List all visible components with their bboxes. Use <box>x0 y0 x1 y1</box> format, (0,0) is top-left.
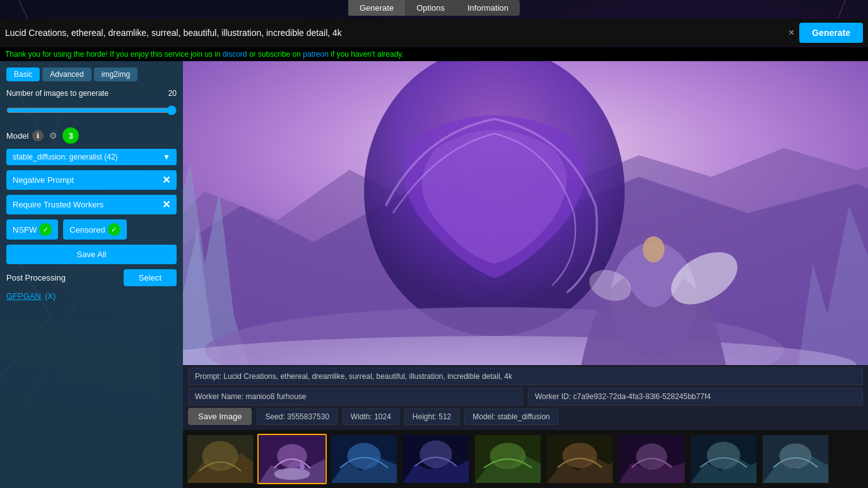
model-box: Model: stable_diffusion <box>464 409 558 425</box>
num-images-value: 20 <box>168 89 177 98</box>
svg-point-22 <box>490 443 526 469</box>
worker-name-box: Worker Name: manioo8 furhouse <box>188 388 523 405</box>
sidebar: Basic Advanced img2img Number of images … <box>0 61 183 488</box>
tab-basic[interactable]: Basic <box>6 67 40 81</box>
thumbnail-2[interactable] <box>257 434 327 484</box>
save-image-button[interactable]: Save Image <box>188 408 252 425</box>
info-bar: Thank you for using the horde! If you en… <box>0 47 868 61</box>
model-filter-icon[interactable]: ⚙ <box>47 130 59 141</box>
gfpgan-link[interactable]: GFPGAN <box>6 291 41 301</box>
slider-container <box>6 105 177 117</box>
model-row: Model ℹ ⚙ 3 <box>6 127 177 144</box>
generate-button[interactable]: Generate <box>799 23 863 43</box>
top-navigation: Generate Options Information <box>348 0 520 16</box>
nav-information-button[interactable]: Information <box>456 0 520 16</box>
svg-point-28 <box>707 441 740 469</box>
prompt-input[interactable] <box>5 28 783 38</box>
dropdown-arrow-icon: ▼ <box>163 153 170 161</box>
thumbnail-7[interactable] <box>617 434 686 484</box>
gfpgan-row: GFPGAN (X) <box>6 291 177 301</box>
nsfw-item[interactable]: NSFW ✓ <box>6 219 58 240</box>
thumbnail-6[interactable] <box>545 434 614 484</box>
svg-point-24 <box>562 443 597 468</box>
post-processing-row: Post Processing Select <box>6 269 177 286</box>
sidebar-tabs: Basic Advanced img2img <box>6 67 177 81</box>
main-area: Prompt: Lucid Creations, ethereal, dream… <box>183 61 868 488</box>
seed-box: Seed: 3555837530 <box>257 409 337 425</box>
censored-label: Censored <box>69 225 105 235</box>
svg-point-26 <box>636 443 667 470</box>
num-images-row: Number of images to generate 20 <box>6 89 177 98</box>
negative-prompt-clear-button[interactable]: ✕ <box>162 174 170 186</box>
nav-generate-button[interactable]: Generate <box>348 0 405 16</box>
image-info-section: Prompt: Lucid Creations, ethereal, dream… <box>183 365 868 430</box>
require-trusted-clear-button[interactable]: ✕ <box>162 199 170 211</box>
main-image-container <box>183 61 868 365</box>
svg-point-7 <box>643 236 664 262</box>
model-label: Model <box>6 131 28 141</box>
height-box: Height: 512 <box>404 409 459 425</box>
thumbnail-4[interactable] <box>401 434 471 484</box>
post-processing-select-button[interactable]: Select <box>124 269 177 286</box>
prompt-display: Prompt: Lucid Creations, ethereal, dream… <box>188 368 863 385</box>
thumbnail-3[interactable] <box>329 434 399 484</box>
nsfw-censored-row: NSFW ✓ Censored ✓ <box>6 219 177 240</box>
info-text: Thank you for using the horde! If you en… <box>5 50 223 59</box>
model-info-icon[interactable]: ℹ <box>32 130 44 141</box>
gfpgan-remove-button[interactable]: (X) <box>45 291 56 301</box>
svg-point-30 <box>779 443 811 468</box>
nsfw-label: NSFW <box>13 225 37 235</box>
prompt-clear-button[interactable]: × <box>789 27 794 38</box>
thumbnail-1[interactable] <box>185 434 255 484</box>
model-badge[interactable]: 3 <box>62 127 79 144</box>
svg-point-18 <box>347 443 380 469</box>
thumbnail-5[interactable] <box>473 434 542 484</box>
model-select-dropdown[interactable]: stable_diffusion: generalist (42) ▼ <box>6 149 177 165</box>
tab-advanced[interactable]: Advanced <box>42 67 91 81</box>
action-row: Save Image Seed: 3555837530 Width: 1024 … <box>188 408 863 425</box>
require-trusted-workers-row[interactable]: Require Trusted Workers ✕ <box>6 195 177 214</box>
svg-point-16 <box>300 462 305 471</box>
worker-id-box: Worker ID: c7a9e932-72da-4fa3-83l6-52824… <box>528 388 863 405</box>
info-text-mid: or subscribe on <box>247 50 303 59</box>
width-box: Width: 1024 <box>343 409 399 425</box>
num-images-label: Number of images to generate <box>6 89 108 98</box>
model-select-text: stable_diffusion: generalist (42) <box>13 153 118 161</box>
svg-point-11 <box>202 441 238 472</box>
num-images-slider[interactable] <box>6 105 177 115</box>
negative-prompt-label: Negative Prompt <box>13 175 74 185</box>
save-all-button[interactable]: Save All <box>6 245 177 264</box>
thumbnail-8[interactable] <box>689 434 758 484</box>
censored-check-icon[interactable]: ✓ <box>108 223 120 236</box>
info-text-end: if you haven't already. <box>329 50 404 59</box>
worker-row: Worker Name: manioo8 furhouse Worker ID:… <box>188 388 863 405</box>
thumbnail-9[interactable] <box>761 434 830 484</box>
nsfw-check-icon[interactable]: ✓ <box>39 223 52 236</box>
svg-point-15 <box>274 468 310 480</box>
censored-item[interactable]: Censored ✓ <box>63 219 126 240</box>
prompt-bar: × Generate <box>0 19 868 47</box>
discord-link[interactable]: discord <box>223 50 247 59</box>
post-processing-label: Post Processing <box>6 273 66 282</box>
patreon-link[interactable]: patreon <box>303 50 329 59</box>
nav-options-button[interactable]: Options <box>405 0 456 16</box>
svg-point-20 <box>419 441 452 468</box>
tab-img2img[interactable]: img2img <box>94 67 138 81</box>
negative-prompt-row[interactable]: Negative Prompt ✕ <box>6 170 177 190</box>
require-trusted-workers-label: Require Trusted Workers <box>13 200 103 209</box>
thumbnails-row <box>183 430 868 488</box>
